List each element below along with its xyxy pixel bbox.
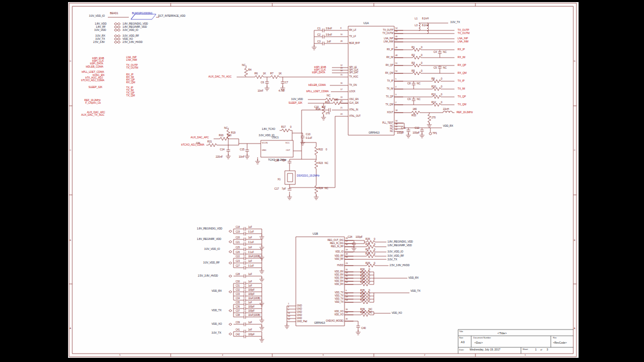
rev-label: Rev bbox=[553, 337, 557, 339]
date-value: Wednesday, July 19, 2017 bbox=[470, 348, 500, 351]
of-label: of bbox=[540, 349, 542, 351]
doc-number: <Doc> bbox=[474, 342, 483, 345]
docnum-label: Document Number bbox=[473, 337, 491, 339]
sheet-label: Sheet bbox=[523, 348, 528, 350]
schematic-viewer: 3.0V_VDD_IOBEAD1BLM31PG330SN1DCT_INTERFA… bbox=[0, 0, 644, 362]
rev-code: <RevCode> bbox=[553, 342, 567, 344]
date-label: Date: bbox=[459, 349, 464, 351]
title-label: Title bbox=[459, 331, 463, 333]
size-label: Size bbox=[459, 337, 463, 339]
title-block: Title <Title> Size A3 Document Number <D… bbox=[0, 0, 644, 362]
sheet-size: A3 bbox=[461, 341, 464, 344]
sheet-total: 3 bbox=[547, 348, 548, 351]
sheet-title: <Title> bbox=[497, 332, 507, 335]
sheet-number: 1 bbox=[535, 348, 537, 351]
